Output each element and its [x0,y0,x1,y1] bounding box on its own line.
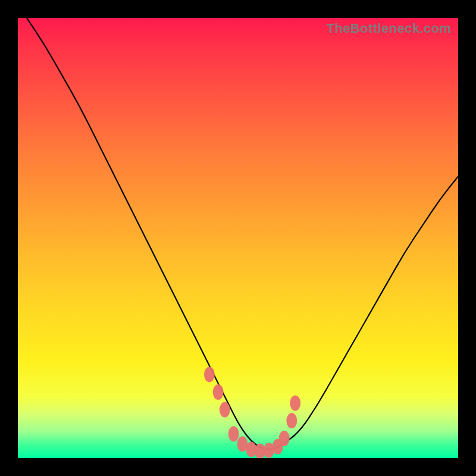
curve-marker [228,426,239,441]
curve-marker [279,431,290,446]
curve-marker [213,384,224,400]
marker-group [204,367,300,458]
curve-marker [286,413,297,428]
curve-marker [220,402,230,418]
curve-marker [290,396,300,411]
curve-marker [204,367,215,382]
bottleneck-curve [18,18,458,458]
chart-frame: TheBottleneck.com [0,0,476,476]
curve-path [27,18,458,449]
plot-area: TheBottleneck.com [18,18,458,458]
